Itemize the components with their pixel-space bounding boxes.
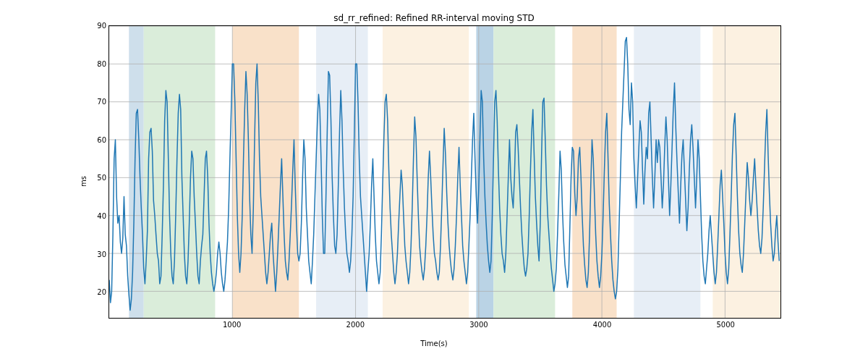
y-tick-label: 50 [85, 174, 106, 182]
y-tick-label: 70 [85, 98, 106, 106]
y-tick-label: 20 [85, 288, 106, 296]
x-axis-label: Time(s) [0, 340, 868, 348]
x-tick-label: 3000 [469, 321, 488, 329]
x-tick-label: 2000 [346, 321, 365, 329]
y-tick-label: 30 [85, 250, 106, 258]
chart-title: sd_rr_refined: Refined RR-interval movin… [0, 13, 868, 23]
figure: sd_rr_refined: Refined RR-interval movin… [0, 0, 868, 362]
plot-area [109, 25, 781, 319]
y-tick-label: 90 [85, 22, 106, 30]
y-tick-label: 60 [85, 135, 106, 143]
x-tick-label: 1000 [223, 321, 241, 329]
x-tick-label: 5000 [716, 321, 734, 329]
y-tick-label: 40 [85, 211, 106, 219]
y-tick-label: 80 [85, 59, 106, 67]
data-line [109, 26, 780, 318]
x-tick-label: 4000 [593, 321, 611, 329]
